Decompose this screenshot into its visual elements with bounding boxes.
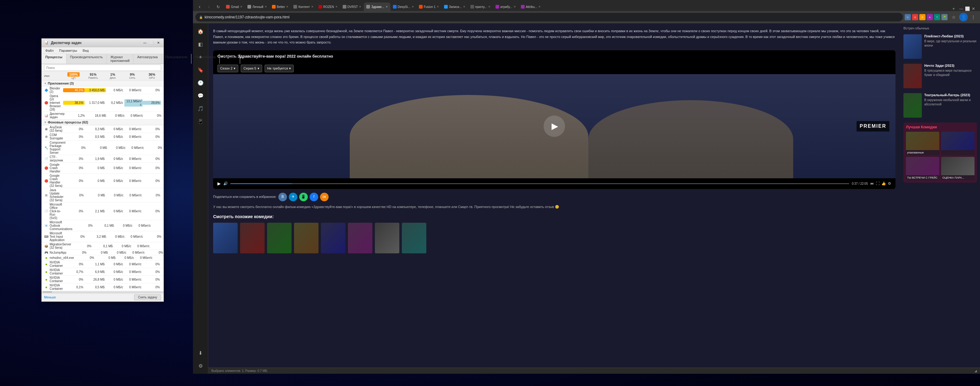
- tab-dvrst[interactable]: DVRST ✕: [340, 2, 364, 11]
- minimize-browser-icon[interactable]: —: [959, 6, 963, 11]
- season-selector[interactable]: Сезон 2 ▾: [218, 65, 238, 73]
- tm-tab-users[interactable]: Пользователи: [162, 54, 191, 64]
- share-telegram-button[interactable]: ✈: [289, 193, 298, 201]
- tm-row-nvidia-2[interactable]: ■ NVIDIA Container 0,7% 6,9 МБ 0 МБ/с 0 …: [41, 268, 164, 276]
- tab-close-gmail[interactable]: ✕: [240, 5, 243, 8]
- tab-notes[interactable]: Записи... ✕: [442, 2, 468, 11]
- tm-row-nvidia-4[interactable]: ■ NVIDIA Container 0,1% 0,5 МБ 0 МБ/с 0 …: [41, 283, 164, 291]
- tm-row-java[interactable]: ☕ Java Update Scheduler (32 бита) 0% 0 М…: [41, 188, 164, 203]
- sidebar-home-icon[interactable]: 🏠: [195, 26, 206, 37]
- tab-attribu-ru[interactable]: атрибу... ✕: [493, 2, 519, 11]
- sidebar-settings-icon[interactable]: ⚙: [195, 360, 206, 371]
- tm-row-google-crash[interactable]: 🔴 Google Crash Handler 0% 0 МБ 0 МБ/с 0 …: [41, 163, 164, 174]
- quality-selector[interactable]: Не требуется ▾: [265, 65, 294, 73]
- tm-row-ctf[interactable]: 📄 CTF-загрузчик 0% 1,9 МБ 0 МБ/с 0 Мбит/…: [41, 155, 164, 163]
- tab-personal[interactable]: Личный ✕: [245, 2, 269, 11]
- restore-browser-icon[interactable]: ⬜: [965, 6, 970, 11]
- tm-row-nvidia-3[interactable]: ■ NVIDIA Container 0% 26,8 МБ 0 МБ/с 0 М…: [41, 276, 164, 283]
- movie-card-2[interactable]: Нечто Эдди (2023) В трясущемся мире пыта…: [904, 64, 977, 88]
- tm-close-button[interactable]: ✕: [156, 40, 161, 46]
- ext-icon-5[interactable]: T: [934, 14, 940, 20]
- play-pause-icon[interactable]: ▶: [218, 180, 221, 187]
- tab-close-rozen[interactable]: ✕: [335, 5, 338, 8]
- tab-close-attribu-en[interactable]: ✕: [538, 5, 541, 8]
- share-facebook-button[interactable]: f: [310, 193, 318, 201]
- tab-close-fusion[interactable]: ✕: [437, 5, 439, 8]
- sidebar-music-icon[interactable]: 🎵: [195, 103, 206, 114]
- fullscreen-icon[interactable]: ⛶: [876, 181, 880, 187]
- tab-better[interactable]: Better ✕: [269, 2, 291, 11]
- tab-fusion[interactable]: Fusion 1 ✕: [417, 2, 442, 11]
- tab-close-personal[interactable]: ✕: [265, 5, 267, 8]
- tm-row-nvhsdivc[interactable]: ■ nvhsdivc_x64.exe 0% 0 МБ 0 МБ/с 0 Мбит…: [41, 255, 164, 260]
- tm-restore-button[interactable]: ⬜: [149, 40, 154, 46]
- reload-button[interactable]: ↻: [214, 2, 222, 11]
- chrome-menu-icon[interactable]: ⋮: [969, 13, 978, 21]
- ext-icon-3[interactable]: B: [920, 14, 926, 20]
- ext-icon-puzzle[interactable]: 🧩: [942, 14, 948, 20]
- tm-tab-performance[interactable]: Производительность: [67, 54, 107, 64]
- tm-tab-services[interactable]: Службы: [220, 54, 240, 64]
- tab-close-attribu-ru[interactable]: ✕: [514, 5, 516, 8]
- tab-close-piglu[interactable]: ✕: [488, 5, 491, 8]
- tm-row-dispatcher[interactable]: 📊 Диспетчер задач 1,2% 18,6 МБ 0 МБ/с 0 …: [41, 112, 164, 120]
- best-comedy-1[interactable]: упакованные: [906, 132, 939, 155]
- sidebar-bookmark-icon[interactable]: 🔖: [195, 64, 206, 75]
- tm-row-opera[interactable]: 🔴 Opera GX Internet Browser (28) 38,1% 1…: [41, 94, 164, 112]
- ext-icon-1[interactable]: V: [905, 14, 911, 20]
- tab-close-deepsi[interactable]: ✕: [412, 5, 414, 8]
- like-icon[interactable]: 👍: [881, 181, 886, 187]
- share-vk-button[interactable]: В: [278, 193, 287, 201]
- tm-row-ms-office[interactable]: 📄 Microsoft Office Click-to-Run (SxS) 0%…: [41, 203, 164, 220]
- tm-menu-params[interactable]: Параметры: [57, 48, 80, 53]
- tab-gmail[interactable]: Gmail ✕: [224, 2, 245, 11]
- tm-row-migration[interactable]: 📦 MigrationServer (32 бита) 0% 0,1 МБ 0 …: [41, 242, 164, 250]
- tm-row-blender[interactable]: 🔷 Blender (2) 46,1% 3 450,0 МБ 0 МБ/с 0 …: [41, 86, 164, 94]
- tm-stop-task-button[interactable]: Снять задачу: [134, 294, 161, 300]
- share-whatsapp-button[interactable]: 📱: [299, 193, 308, 201]
- similar-movie-5[interactable]: [321, 223, 345, 254]
- similar-movie-1[interactable]: [213, 223, 238, 254]
- best-comedy-2[interactable]: [941, 132, 975, 155]
- address-bar[interactable]: 🔒 kinocomedy.online/1197-zdravstvujte-va…: [196, 13, 903, 21]
- tm-less-button[interactable]: Меньше: [44, 296, 56, 299]
- settings-video-icon[interactable]: ⚙: [888, 181, 891, 187]
- sidebar-messenger-icon[interactable]: 💬: [195, 90, 206, 101]
- tm-menu-file[interactable]: Файл: [43, 48, 56, 53]
- next-episode-icon[interactable]: ⏭: [870, 181, 874, 187]
- tm-apps-section-header[interactable]: ▼ Приложения (3): [41, 81, 164, 86]
- similar-movie-4[interactable]: [294, 223, 318, 254]
- tm-minimize-button[interactable]: —: [142, 40, 148, 46]
- similar-movie-6[interactable]: [348, 223, 372, 254]
- tab-content[interactable]: Контент ✕: [291, 2, 316, 11]
- tm-row-google-crash-32[interactable]: 🔴 Google Crash Handler (32 бита) 0% 0 МБ…: [41, 174, 164, 188]
- tm-row-component-pkg[interactable]: 🔧 Component Package Support Server 0% 0 …: [41, 140, 164, 155]
- best-comedy-3[interactable]: ТЫ ВСТРЕЧИ С ГРЕЙС: [906, 157, 939, 180]
- similar-movie-2[interactable]: [240, 223, 265, 254]
- tm-row-com-surrogate[interactable]: ⚙ COM Surrogate 0% 0,5 МБ 0 МБ/с 0 Мбит/…: [41, 133, 164, 140]
- volume-icon[interactable]: 🔊: [223, 181, 228, 187]
- play-button-overlay[interactable]: ▶: [544, 115, 565, 137]
- tab-close-notes[interactable]: ✕: [463, 5, 466, 8]
- tm-row-ms-text-input[interactable]: ⌨ Microsoft Text Input Application 0% 3,…: [41, 231, 164, 242]
- tab-rozen[interactable]: ROZEN ✕: [316, 2, 340, 11]
- status-bar-resize-icon[interactable]: ◢: [975, 369, 977, 373]
- tm-row-nxjump[interactable]: 🎮 NxJumpApp 0% 0 МБ 0 МБ/с 0 Мбит/с 0%: [41, 250, 164, 255]
- tab-piglu[interactable]: приглу... ✕: [468, 2, 493, 11]
- tm-tab-processes[interactable]: Процессы: [41, 54, 67, 64]
- bookmark-icon[interactable]: ☆: [950, 13, 958, 21]
- tab-close-zdravstvujte[interactable]: ✕: [385, 5, 388, 8]
- close-browser-icon[interactable]: ✕: [972, 6, 975, 11]
- tab-close-content[interactable]: ✕: [311, 5, 313, 8]
- movie-card-3[interactable]: Театральный-Лагерь (2023) В окружении не…: [904, 93, 977, 118]
- tab-close-better[interactable]: ✕: [286, 5, 288, 8]
- sidebar-history-icon[interactable]: 🕐: [195, 77, 206, 88]
- sidebar-whatsapp-icon[interactable]: 📱: [195, 116, 206, 127]
- tab-close-dvrst[interactable]: ✕: [359, 5, 361, 8]
- similar-movie-3[interactable]: [267, 223, 291, 254]
- tab-deepsi[interactable]: DeepSi... ✕: [390, 2, 417, 11]
- best-comedy-4[interactable]: ОЦЕНКА ПАРА...: [941, 157, 975, 180]
- back-button[interactable]: ‹: [196, 2, 204, 11]
- tm-row-ms-outlook[interactable]: 📧 Microsoft Outlook Communications 0% 0,…: [41, 220, 164, 231]
- share-ok-button[interactable]: ок: [320, 193, 329, 201]
